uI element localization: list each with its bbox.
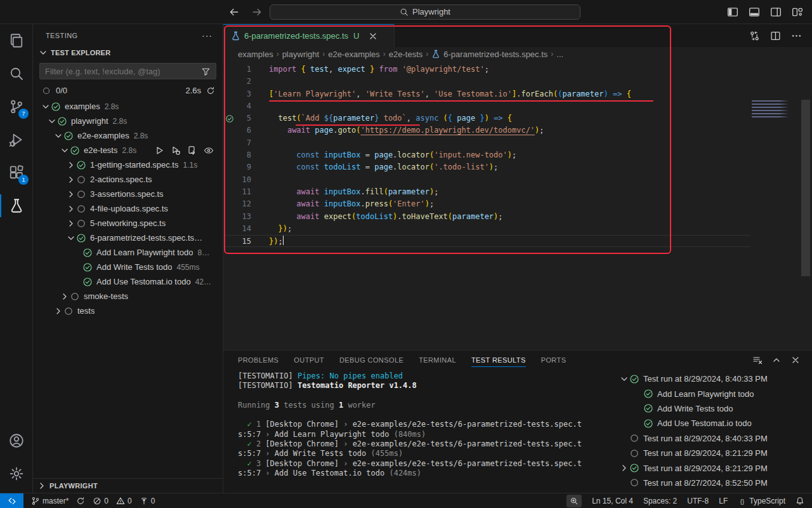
toggle-secondary-sidebar-icon[interactable] xyxy=(770,6,782,18)
test-tree-item[interactable]: smoke-tests xyxy=(33,289,223,304)
maximize-panel-icon[interactable] xyxy=(771,355,782,365)
panel-tab-problems[interactable]: PROBLEMS xyxy=(238,351,278,370)
playwright-section-header[interactable]: PLAYWRIGHT xyxy=(33,478,223,493)
test-tree-item[interactable]: examples2.8s xyxy=(33,99,223,114)
code-line[interactable]: 14 }); xyxy=(223,223,750,235)
test-tree-item[interactable]: 1-getting-started.spec.ts1.1s xyxy=(33,157,223,172)
code-line[interactable]: 12 await inputBox.press('Enter'); xyxy=(223,198,750,210)
panel-tab-ports[interactable]: PORTS xyxy=(541,351,566,370)
code-line[interactable]: 15}); xyxy=(223,235,750,247)
test-run-item[interactable]: Test run at 8/29/2024, 8:21:29 PM xyxy=(614,460,812,475)
panel-tab-debug-console[interactable]: DEBUG CONSOLE xyxy=(339,351,403,370)
toggle-panel-icon[interactable] xyxy=(749,6,760,18)
refresh-tests-icon[interactable] xyxy=(206,86,215,95)
panel-tab-output[interactable]: OUTPUT xyxy=(294,351,324,370)
editor-tab[interactable]: 6-parametrized-tests.spec.ts U xyxy=(223,24,395,47)
test-run-item[interactable]: Add Learn Playwright todo xyxy=(614,386,812,401)
test-tree-item[interactable]: Add Use Testomat.io todo42… xyxy=(33,274,223,289)
test-tree-item[interactable]: playwright2.8s xyxy=(33,114,223,128)
code-line[interactable]: 7 xyxy=(223,137,750,149)
test-tree-item[interactable]: 5-networking.spec.ts xyxy=(33,216,223,231)
code-line[interactable]: 4 xyxy=(223,100,750,112)
code-line[interactable]: 1import { test, expect } from '@playwrig… xyxy=(223,64,750,76)
ports[interactable]: 0 xyxy=(140,493,155,508)
code-line[interactable]: 3['Learn Playwright', 'Write Tests', 'Us… xyxy=(223,88,750,100)
test-tree-item[interactable]: 3-assertions.spec.ts xyxy=(33,187,223,201)
editor-more-actions-icon[interactable] xyxy=(791,30,802,41)
eol[interactable]: LF xyxy=(719,493,728,508)
code-line[interactable]: 2 xyxy=(223,76,750,88)
settings-gear-icon[interactable] xyxy=(0,457,33,490)
panel-tab-test-results[interactable]: TEST RESULTS xyxy=(471,351,526,370)
close-panel-icon[interactable] xyxy=(790,355,801,365)
explorer-icon[interactable] xyxy=(0,24,33,57)
test-tree-item[interactable]: e2e-tests2.8s xyxy=(33,143,223,157)
open-changes-icon[interactable] xyxy=(749,30,760,41)
remote-indicator[interactable] xyxy=(0,493,23,508)
run-debug-icon[interactable] xyxy=(0,123,33,156)
test-tree-item[interactable]: Add Write Tests todo455ms xyxy=(33,260,223,274)
source-control-icon[interactable]: 7 xyxy=(0,90,33,123)
breadcrumb-item[interactable]: examples xyxy=(238,50,273,59)
customize-layout-icon[interactable] xyxy=(792,6,803,18)
goto-file-icon[interactable] xyxy=(187,145,197,156)
sidebar-more-actions[interactable]: ··· xyxy=(202,30,213,41)
test-output[interactable]: [TESTOMATIO] Pipes: No pipes enabled[TES… xyxy=(223,370,614,493)
test-run-item[interactable]: Add Write Tests todo xyxy=(614,401,812,416)
code-line[interactable]: 10 xyxy=(223,174,750,186)
breadcrumb-item[interactable]: 6-parametrized-tests.spec.ts xyxy=(443,50,547,59)
indentation[interactable]: Spaces: 2 xyxy=(643,493,677,508)
code-line[interactable]: 9 const todoList = page.locator('.todo-l… xyxy=(223,161,750,173)
cursor-position[interactable]: Ln 15, Col 4 xyxy=(592,493,633,508)
panel-tab-terminal[interactable]: TERMINAL xyxy=(419,351,456,370)
code-line[interactable]: 8 const inputBox = page.locator('input.n… xyxy=(223,149,750,161)
minimap[interactable] xyxy=(752,100,791,119)
search-view-icon[interactable] xyxy=(0,57,33,90)
errors[interactable]: 0 xyxy=(93,493,108,508)
test-tree-item[interactable]: 2-actions.spec.ts xyxy=(33,172,223,187)
test-tree-item[interactable]: Add Learn Playwright todo8… xyxy=(33,245,223,260)
breadcrumb-item[interactable]: e2e-tests xyxy=(389,50,422,59)
test-run-item[interactable]: Test run at 8/29/2024, 8:40:33 PM xyxy=(614,431,812,446)
extensions-icon[interactable]: 1 xyxy=(0,156,33,189)
back-arrow-icon[interactable] xyxy=(228,6,240,18)
clear-results-icon[interactable] xyxy=(752,355,763,365)
test-tree-item[interactable]: 4-file-uploads.spec.ts xyxy=(33,201,223,216)
close-tab-icon[interactable] xyxy=(368,31,378,41)
test-run-item[interactable]: Test run at 8/29/2024, 8:21:29 PM xyxy=(614,446,812,460)
toggle-sidebar-icon[interactable] xyxy=(727,6,738,18)
notifications[interactable] xyxy=(796,493,804,508)
language-mode[interactable]: {}TypeScript xyxy=(738,493,785,508)
code-editor[interactable]: 1import { test, expect } from '@playwrig… xyxy=(223,61,812,350)
test-run-item[interactable]: Test run at 8/29/2024, 8:40:33 PM xyxy=(614,371,812,386)
zoom-indicator[interactable] xyxy=(566,495,582,507)
editor-scrollbar[interactable] xyxy=(801,100,810,276)
testing-icon[interactable] xyxy=(0,189,33,222)
test-tree-item[interactable]: 6-parametrized-tests.spec.ts… xyxy=(33,231,223,245)
split-editor-icon[interactable] xyxy=(770,30,781,41)
breadcrumb-item[interactable]: e2e-examples xyxy=(328,50,380,59)
code-line[interactable]: 6 await page.goto('https://demo.playwrig… xyxy=(223,124,750,137)
account-icon[interactable] xyxy=(0,424,33,457)
test-run-item[interactable] xyxy=(614,490,812,493)
test-filter-input[interactable] xyxy=(45,67,201,76)
test-tree-item[interactable]: tests xyxy=(33,304,223,318)
test-explorer-section-header[interactable]: TEST EXPLORER xyxy=(33,46,223,62)
forward-arrow-icon[interactable] xyxy=(251,6,263,18)
test-run-item[interactable]: Add Use Testomat.io todo xyxy=(614,416,812,431)
command-center-search[interactable]: Playwright xyxy=(270,4,580,20)
play-icon[interactable] xyxy=(154,145,164,156)
encoding[interactable]: UTF-8 xyxy=(687,493,709,508)
test-tree-item[interactable]: e2e-examples2.8s xyxy=(33,128,223,143)
breadcrumb-item[interactable]: ... xyxy=(556,50,563,59)
filter-icon[interactable] xyxy=(201,67,211,76)
git-branch[interactable]: master* xyxy=(31,493,69,508)
code-line[interactable]: 5 test(`Add ${parameter} todo`, async ({… xyxy=(223,112,750,124)
git-sync[interactable] xyxy=(76,493,85,508)
code-line[interactable]: 13 await expect(todoList).toHaveText(par… xyxy=(223,211,750,223)
breadcrumb-item[interactable]: playwright xyxy=(282,50,320,59)
code-line[interactable]: 11 await inputBox.fill(parameter); xyxy=(223,186,750,198)
test-run-item[interactable]: Test run at 8/27/2024, 8:52:50 PM xyxy=(614,476,812,490)
debug-icon[interactable] xyxy=(171,145,181,156)
gutter-test-pass-icon[interactable] xyxy=(225,114,234,123)
